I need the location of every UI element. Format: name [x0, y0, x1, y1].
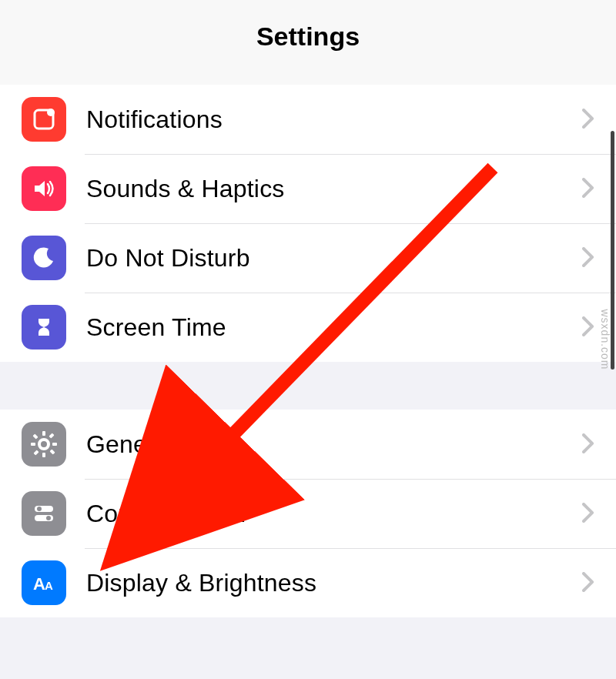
- row-label: Notifications: [86, 105, 582, 134]
- svg-text:A: A: [33, 574, 45, 594]
- row-do-not-disturb[interactable]: Do Not Disturb: [0, 223, 616, 293]
- svg-rect-4: [42, 453, 45, 457]
- watermark: wsxdn.com: [599, 309, 611, 370]
- svg-text:A: A: [45, 579, 53, 592]
- svg-rect-3: [42, 431, 45, 436]
- toggles-icon: [22, 491, 66, 536]
- chevron-right-icon: [582, 105, 594, 135]
- svg-point-2: [39, 440, 49, 449]
- row-label: Do Not Disturb: [86, 244, 582, 273]
- row-screen-time[interactable]: Screen Time: [0, 293, 616, 362]
- svg-point-14: [46, 516, 51, 520]
- svg-rect-8: [49, 449, 55, 454]
- chevron-right-icon: [582, 499, 594, 529]
- row-label: Sounds & Haptics: [86, 175, 582, 203]
- row-notifications[interactable]: Notifications: [0, 85, 616, 154]
- svg-rect-5: [31, 443, 35, 446]
- chevron-right-icon: [582, 243, 594, 273]
- row-general[interactable]: General: [0, 410, 616, 479]
- group-spacer: [0, 362, 616, 410]
- moon-icon: [22, 236, 66, 280]
- row-display-brightness[interactable]: AA Display & Brightness: [0, 548, 616, 617]
- svg-rect-6: [52, 443, 57, 446]
- svg-point-12: [37, 507, 42, 511]
- chevron-right-icon: [582, 568, 594, 598]
- row-label: Control Center: [86, 500, 582, 528]
- svg-point-1: [47, 109, 55, 116]
- gear-icon: [22, 422, 66, 467]
- row-label: General: [86, 430, 582, 459]
- svg-rect-9: [49, 433, 54, 438]
- row-sounds-haptics[interactable]: Sounds & Haptics: [0, 154, 616, 223]
- svg-rect-10: [33, 450, 38, 455]
- settings-group-2: General Control Center AA Display & Brig…: [0, 410, 616, 617]
- row-label: Screen Time: [86, 313, 582, 342]
- header: Settings: [0, 0, 616, 85]
- text-size-icon: AA: [22, 560, 66, 605]
- chevron-right-icon: [582, 174, 594, 204]
- svg-rect-7: [32, 433, 38, 439]
- row-label: Display & Brightness: [86, 569, 582, 597]
- hourglass-icon: [22, 305, 66, 350]
- chevron-right-icon: [582, 430, 594, 460]
- page-title: Settings: [256, 22, 360, 52]
- notifications-icon: [22, 97, 66, 142]
- settings-group-1: Notifications Sounds & Haptics Do Not Di…: [0, 85, 616, 362]
- speaker-icon: [22, 166, 66, 211]
- row-control-center[interactable]: Control Center: [0, 479, 616, 548]
- chevron-right-icon: [582, 313, 594, 343]
